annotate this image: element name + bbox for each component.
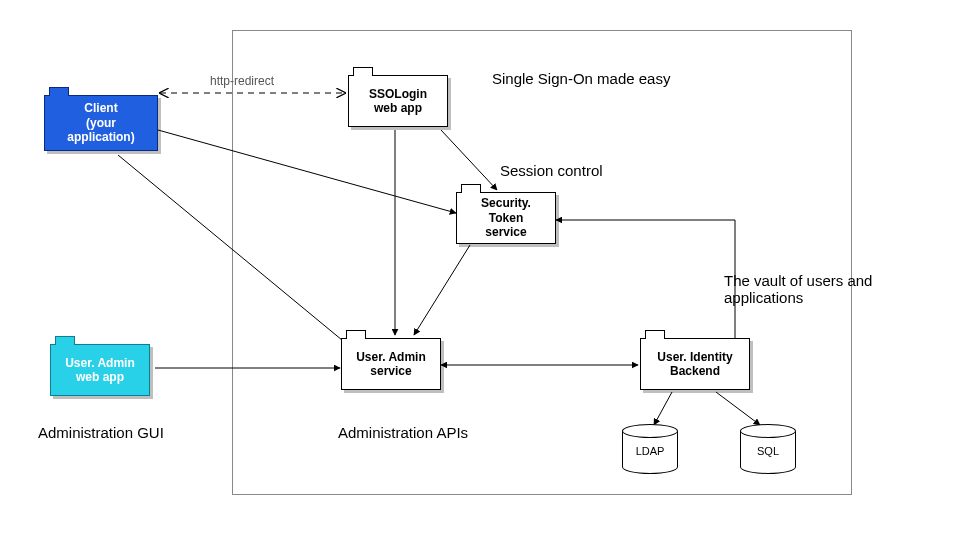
node-sql-label: SQL <box>740 445 796 457</box>
node-client-label2: (your application) <box>51 116 151 145</box>
folder-tab-icon <box>461 184 481 193</box>
node-identity-label2: Backend <box>670 364 720 378</box>
node-useradminsvc-label1: User. Admin <box>356 350 426 364</box>
annotation-admin-gui: Administration GUI <box>38 424 164 441</box>
node-identity-label1: User. Identity <box>657 350 732 364</box>
node-client-label1: Client <box>84 101 117 115</box>
node-identity-backend: User. Identity Backend <box>640 338 750 390</box>
folder-tab-icon <box>645 330 665 339</box>
annotation-sso-easy: Single Sign-On made easy <box>492 70 670 87</box>
node-ldap-db: LDAP <box>622 424 678 474</box>
node-security-label1: Security. Token <box>463 196 549 225</box>
node-ssologin-label1: SSOLogin <box>369 87 427 101</box>
node-useradmin-webapp: User. Admin web app <box>50 344 150 396</box>
edge-label-http-redirect: http-redirect <box>210 74 274 88</box>
node-security-token: Security. Token service <box>456 192 556 244</box>
annotation-vault: The vault of users and applications <box>724 272 894 306</box>
folder-tab-icon <box>49 87 69 96</box>
folder-tab-icon <box>353 67 373 76</box>
node-ssologin-label2: web app <box>374 101 422 115</box>
folder-tab-icon <box>346 330 366 339</box>
folder-tab-icon <box>55 336 75 345</box>
node-useradmin-service: User. Admin service <box>341 338 441 390</box>
node-ssologin: SSOLogin web app <box>348 75 448 127</box>
annotation-session-control: Session control <box>500 162 603 179</box>
annotation-admin-apis: Administration APIs <box>338 424 468 441</box>
node-client: Client (your application) <box>44 95 158 151</box>
node-useradminapp-label1: User. Admin <box>65 356 135 370</box>
node-sql-db: SQL <box>740 424 796 474</box>
node-ldap-label: LDAP <box>622 445 678 457</box>
node-useradminsvc-label2: service <box>370 364 411 378</box>
node-security-label2: service <box>485 225 526 239</box>
node-useradminapp-label2: web app <box>76 370 124 384</box>
